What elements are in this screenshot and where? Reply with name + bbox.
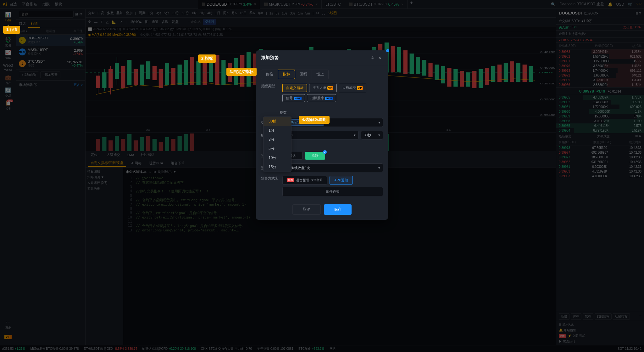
period-dropdown: 30秒 1分 3分 5分 10分 15分 <box>263 116 291 172</box>
period-option-30s[interactable]: 30秒 <box>264 117 291 126</box>
notify-voice[interactable]: 推荐 语音预警 文字普通 <box>282 176 327 185</box>
step3-badge: 3.自定义指标 <box>226 68 257 76</box>
step1-badge: 1.行情 <box>3 26 20 34</box>
step2-badge: 2.指标 <box>198 54 216 63</box>
notify-email[interactable]: 邮件通知 <box>282 187 383 196</box>
modal-tab-chain[interactable]: 链上 <box>312 70 329 79</box>
modal-tab-drawing[interactable]: 画线 <box>295 70 312 79</box>
alert-type-custom[interactable]: 自定义指标 <box>282 84 307 92</box>
alert-type-winrate[interactable]: 指标胜率NEW <box>307 94 336 102</box>
notify-app[interactable]: APP通知 ✓ <box>330 176 353 185</box>
trigger-select[interactable]: CVD ▾ <box>282 131 358 139</box>
period-option-15m[interactable]: 15分 <box>264 162 291 172</box>
dir-bullish[interactable]: 看涨 ✓ <box>305 152 325 160</box>
modal-title: 添加预警 <box>261 55 279 61</box>
alert-type-major[interactable]: 主力大单VIP <box>309 84 337 92</box>
period-option-10m[interactable]: 10分 <box>264 153 291 162</box>
modal-tab-indicator[interactable]: 指标 <box>278 70 295 79</box>
modal-tab-price[interactable]: 价格 <box>261 70 278 79</box>
period-select-box[interactable]: 30秒 <box>361 131 383 139</box>
alert-type-signal[interactable]: 信号NEW <box>282 94 305 102</box>
save-alert-btn[interactable]: 保存 <box>324 204 352 215</box>
symbol-dropdown-arrow[interactable]: ▾ <box>378 120 380 125</box>
period-option-1m[interactable]: 1分 <box>264 126 291 135</box>
frequency-select[interactable]: 每根K线收盘1次 ▾ <box>282 163 383 172</box>
modal-overlay: 添加预警 ⑦ × 价格 指标 画线 链上 提醒类型 自定义指标 主力大单VIP … <box>0 0 644 352</box>
period-option-3m[interactable]: 3分 <box>264 135 291 144</box>
indicator-sub-label: 指数 <box>280 111 287 114</box>
step4-badge: 4.选择30s周期 <box>299 116 330 124</box>
modal-close-icon[interactable]: × <box>377 55 383 61</box>
alert-type-large[interactable]: 大额成交VIP <box>339 84 366 92</box>
cancel-btn[interactable]: 取消 <box>292 204 321 215</box>
modal-help-icon[interactable]: ⑦ <box>371 56 374 60</box>
period-option-5m[interactable]: 5分 <box>264 144 291 153</box>
